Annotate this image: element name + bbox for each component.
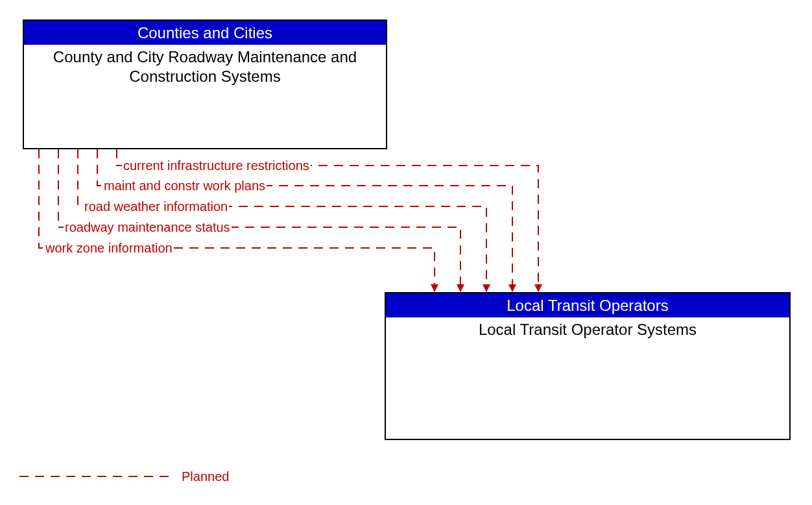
svg-marker-3 xyxy=(457,284,464,292)
svg-marker-2 xyxy=(483,284,490,292)
flow-label-0: current infrastructure restrictions xyxy=(122,159,311,172)
flow-label-4: work zone information xyxy=(44,241,174,254)
entity-source-header: Counties and Cities xyxy=(24,21,386,45)
flow-label-1: maint and constr work plans xyxy=(102,179,267,192)
flow-label-3: roadway maintenance status xyxy=(64,221,232,234)
svg-marker-0 xyxy=(534,284,542,292)
entity-target-body: Local Transit Operator Systems xyxy=(386,317,789,342)
svg-marker-4 xyxy=(431,284,438,292)
entity-source: Counties and Cities County and City Road… xyxy=(23,19,387,149)
entity-target: Local Transit Operators Local Transit Op… xyxy=(385,292,791,440)
entity-target-header: Local Transit Operators xyxy=(386,293,789,317)
svg-marker-1 xyxy=(508,284,516,292)
legend-planned-label: Planned xyxy=(182,469,229,484)
flow-label-2: road weather information xyxy=(83,200,229,213)
entity-source-body: County and City Roadway Maintenance and … xyxy=(24,45,386,89)
